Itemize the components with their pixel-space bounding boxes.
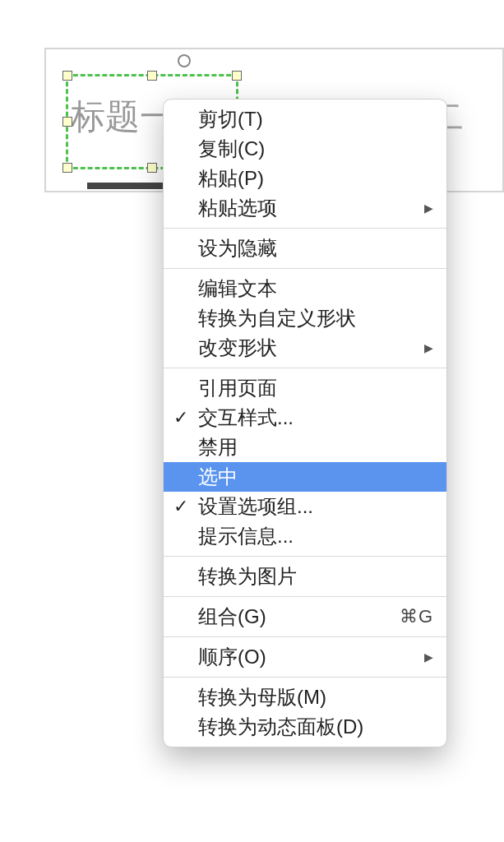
rotate-handle[interactable] [178, 54, 191, 67]
menu-item-label: 剪切(T) [198, 106, 433, 132]
menu-item[interactable]: 转换为动态面板(D) [164, 712, 446, 742]
resize-handle-mid-left[interactable] [62, 117, 72, 127]
menu-item-label: 选中 [198, 464, 433, 490]
checkmark-icon: ✓ [164, 496, 198, 517]
menu-item-label: 顺序(O) [198, 644, 418, 670]
menu-item[interactable]: ✓设置选项组... [164, 492, 446, 521]
menu-item-label: 提示信息... [198, 523, 433, 549]
menu-item-label: 粘贴(P) [198, 165, 433, 192]
menu-item-label: 转换为母版(M) [198, 684, 433, 710]
menu-item-label: 编辑文本 [198, 275, 433, 302]
menu-item-label: 转换为动态面板(D) [198, 714, 433, 740]
menu-item[interactable]: 剪切(T) [164, 104, 446, 134]
menu-item-label: 转换为图片 [198, 563, 433, 590]
menu-item[interactable]: 提示信息... [164, 521, 446, 551]
menu-item[interactable]: 顺序(O)▶ [164, 642, 446, 672]
menu-separator [164, 228, 446, 229]
menu-item[interactable]: 转换为母版(M) [164, 682, 446, 712]
submenu-arrow-icon: ▶ [424, 650, 433, 664]
menu-item[interactable]: 粘贴选项▶ [164, 193, 446, 223]
menu-separator [164, 636, 446, 637]
menu-item-label: 交互样式... [198, 405, 433, 431]
menu-item-shortcut: ⌘G [400, 606, 433, 627]
context-menu: 剪切(T)复制(C)粘贴(P)粘贴选项▶设为隐藏编辑文本转换为自定义形状改变形状… [163, 99, 447, 747]
menu-separator [164, 556, 446, 557]
menu-item-label: 复制(C) [198, 136, 433, 162]
menu-item[interactable]: 组合(G)⌘G [164, 602, 446, 632]
resize-handle-top-mid[interactable] [147, 71, 157, 81]
menu-item-label: 组合(G) [198, 604, 400, 630]
menu-item-label: 改变形状 [198, 335, 418, 361]
menu-item-label: 粘贴选项 [198, 195, 418, 221]
menu-item-label: 转换为自定义形状 [198, 305, 433, 331]
menu-separator [164, 677, 446, 678]
menu-item[interactable]: 设为隐藏 [164, 234, 446, 263]
menu-item[interactable]: 转换为图片 [164, 562, 446, 591]
resize-handle-bottom-mid[interactable] [147, 163, 157, 173]
checkmark-icon: ✓ [164, 407, 198, 428]
submenu-arrow-icon: ▶ [424, 201, 433, 215]
menu-item[interactable]: 粘贴(P) [164, 164, 446, 193]
menu-item-label: 引用页面 [198, 375, 433, 401]
menu-item[interactable]: 改变形状▶ [164, 333, 446, 363]
resize-handle-bottom-left[interactable] [62, 163, 72, 173]
menu-item[interactable]: 选中 [164, 462, 446, 492]
submenu-arrow-icon: ▶ [424, 341, 433, 354]
menu-item[interactable]: 引用页面 [164, 373, 446, 403]
menu-separator [164, 368, 446, 368]
menu-item[interactable]: 转换为自定义形状 [164, 303, 446, 333]
menu-item[interactable]: 复制(C) [164, 134, 446, 164]
menu-item-label: 设置选项组... [198, 493, 433, 520]
resize-handle-top-right[interactable] [232, 71, 242, 81]
resize-handle-top-left[interactable] [62, 71, 72, 81]
menu-item[interactable]: ✓交互样式... [164, 403, 446, 433]
menu-item[interactable]: 编辑文本 [164, 274, 446, 303]
menu-item-label: 设为隐藏 [198, 235, 433, 261]
menu-separator [164, 596, 446, 597]
menu-item[interactable]: 禁用 [164, 433, 446, 462]
menu-separator [164, 268, 446, 269]
menu-item-label: 禁用 [198, 434, 433, 460]
